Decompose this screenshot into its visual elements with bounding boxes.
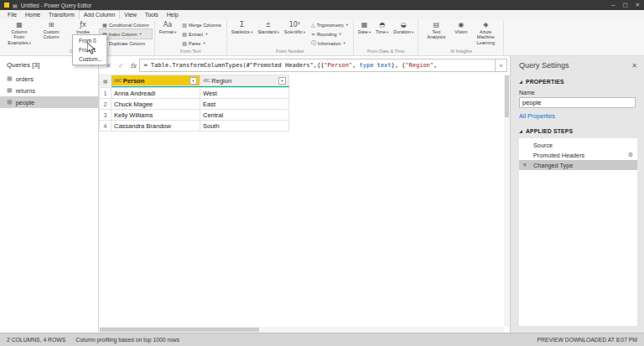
- conditional-column-icon: ▦: [102, 22, 107, 28]
- status-profiling-link[interactable]: Column profiling based on top 1000 rows: [75, 337, 179, 343]
- scientific-button[interactable]: 10² Scientific▾: [283, 20, 307, 35]
- button-label: Date: [358, 29, 368, 34]
- standard-button[interactable]: ± Standard▾: [256, 20, 281, 35]
- duplicate-column-button[interactable]: ▦ Duplicate Column: [100, 39, 152, 48]
- statistics-button[interactable]: Σ Statistics▾: [230, 20, 254, 35]
- trigonometry-button[interactable]: △ Trigonometry ▾: [309, 20, 351, 29]
- formula-input[interactable]: = Table.TransformColumnTypes(#"Promoted …: [139, 59, 496, 72]
- all-properties-link[interactable]: All Properties: [511, 109, 644, 123]
- properties-section-header[interactable]: PROPERTIES: [511, 74, 644, 86]
- tab-tools[interactable]: Tools: [141, 11, 163, 19]
- button-label: Statistics: [231, 29, 250, 34]
- select-all-corner[interactable]: ▦: [100, 75, 112, 86]
- cell-person[interactable]: Chuck Magee: [112, 99, 200, 110]
- commit-formula-icon[interactable]: ✓: [115, 62, 127, 70]
- parse-icon: ▨: [182, 40, 187, 46]
- query-item-returns[interactable]: ▦ returns: [0, 85, 98, 96]
- extract-icon: ▧: [182, 31, 187, 37]
- horizontal-scrollbar[interactable]: [99, 327, 504, 333]
- button-label: Parse: [189, 41, 200, 46]
- section-expanded-icon: [519, 80, 522, 84]
- duration-icon: ◒: [401, 21, 407, 29]
- cell-person[interactable]: Cassandra Brandow: [112, 121, 200, 132]
- row-number[interactable]: 3: [100, 110, 112, 121]
- window-controls: ─ ▢ ✕: [611, 2, 640, 8]
- tab-transform[interactable]: Transform: [44, 11, 79, 19]
- step-changed-type[interactable]: ✕ Changed Type: [519, 160, 637, 170]
- rounding-button[interactable]: ≈ Rounding ▾: [309, 29, 351, 39]
- information-button[interactable]: ⓘ Information ▾: [309, 39, 351, 48]
- tab-home[interactable]: Home: [21, 11, 44, 19]
- date-button[interactable]: ▦ Date▾: [356, 20, 372, 35]
- cell-region[interactable]: East: [200, 99, 289, 110]
- column-header-person[interactable]: ABC Person ▾: [112, 75, 200, 86]
- cell-region[interactable]: South: [200, 121, 289, 132]
- menu-item-custom[interactable]: Custom...: [73, 54, 106, 64]
- index-column-button[interactable]: ▦ Index Column ▾: [100, 29, 152, 39]
- maximize-button[interactable]: ▢: [622, 2, 627, 8]
- ribbon-group-label: From Text: [158, 48, 224, 55]
- rounding-icon: ≈: [311, 31, 315, 37]
- query-item-people[interactable]: ▦ people: [0, 96, 98, 108]
- tab-file[interactable]: File: [3, 11, 21, 19]
- chevron-down-icon: ▾: [346, 23, 348, 27]
- chevron-down-icon: ▾: [140, 32, 142, 36]
- row-number[interactable]: 2: [100, 99, 112, 110]
- close-settings-icon[interactable]: ✕: [631, 62, 637, 70]
- text-type-icon[interactable]: ABC: [114, 79, 122, 83]
- chevron-down-icon: ▾: [251, 30, 252, 34]
- filter-dropdown-icon[interactable]: ▾: [190, 77, 197, 85]
- cell-region[interactable]: Central: [200, 110, 289, 121]
- duration-button[interactable]: ◒ Duration▾: [392, 20, 415, 35]
- formula-segment: ,: [352, 62, 359, 69]
- power-query-editor-window: ▤ Untitled - Power Query Editor ─ ▢ ✕ Fi…: [0, 0, 644, 346]
- query-item-label: orders: [16, 75, 34, 83]
- parse-button[interactable]: ▨ Parse ▾: [179, 39, 224, 48]
- queries-pane: Queries [3] ‹ ▦ orders ▦ returns ▦ peopl…: [0, 56, 99, 333]
- azure-machine-learning-button[interactable]: ◈ Azure Machine Learning: [470, 20, 501, 46]
- query-name-input[interactable]: [519, 97, 636, 108]
- cell-person[interactable]: Kelly Williams: [112, 110, 200, 121]
- tab-add-column[interactable]: Add Column: [79, 10, 120, 19]
- applied-steps-section-header[interactable]: APPLIED STEPS: [511, 123, 644, 136]
- custom-column-button[interactable]: ⊞ Custom Column: [36, 20, 66, 41]
- vision-button[interactable]: ◉ Vision: [453, 20, 469, 35]
- row-number[interactable]: 4: [100, 121, 112, 132]
- step-source[interactable]: Source: [519, 140, 637, 150]
- cell-person[interactable]: Anna Andreadi: [112, 88, 200, 99]
- button-label: Information: [318, 41, 341, 46]
- time-button[interactable]: ◓ Time▾: [374, 20, 390, 35]
- minimize-button[interactable]: ─: [611, 2, 615, 8]
- conditional-column-button[interactable]: ▦ Conditional Column: [100, 20, 152, 29]
- button-label: Vision: [454, 29, 467, 34]
- delete-step-icon[interactable]: ✕: [522, 162, 527, 168]
- save-icon[interactable]: ▤: [13, 3, 18, 8]
- horizontal-scrollbar-thumb[interactable]: [100, 328, 259, 332]
- chevron-down-icon: ▾: [277, 30, 278, 34]
- tab-view[interactable]: View: [120, 11, 141, 19]
- column-from-examples-button[interactable]: ▦ Column From Examples▾: [4, 20, 34, 46]
- name-label: Name: [511, 86, 644, 96]
- text-type-icon[interactable]: ABC: [203, 79, 210, 83]
- close-window-button[interactable]: ✕: [636, 2, 640, 8]
- vertical-scrollbar[interactable]: [504, 75, 510, 327]
- chevron-down-icon: ▾: [412, 30, 413, 34]
- gear-icon[interactable]: ⚙: [628, 152, 633, 158]
- vertical-scrollbar-thumb[interactable]: [505, 75, 509, 117]
- text-analytics-button[interactable]: ▤ Text Analytics: [421, 20, 451, 41]
- extract-button[interactable]: ▧ Extract ▾: [179, 29, 224, 39]
- format-button[interactable]: Aa Format▾: [158, 20, 179, 35]
- section-label: APPLIED STEPS: [526, 128, 573, 134]
- expand-formula-bar-icon[interactable]: ˅: [496, 59, 507, 72]
- chevron-down-icon: ▾: [304, 30, 305, 34]
- button-label: Duration: [393, 29, 411, 34]
- formula-segment: "Region": [405, 62, 434, 69]
- column-header-region[interactable]: ABC Region ▾: [200, 75, 289, 86]
- tab-help[interactable]: Help: [163, 11, 183, 19]
- query-item-orders[interactable]: ▦ orders: [0, 73, 98, 85]
- filter-dropdown-icon[interactable]: ▾: [278, 77, 286, 85]
- merge-columns-button[interactable]: ▥ Merge Columns: [179, 20, 224, 29]
- row-number[interactable]: 1: [100, 88, 112, 99]
- step-promoted-headers[interactable]: Promoted Headers ⚙: [519, 150, 637, 160]
- cell-region[interactable]: West: [200, 88, 289, 99]
